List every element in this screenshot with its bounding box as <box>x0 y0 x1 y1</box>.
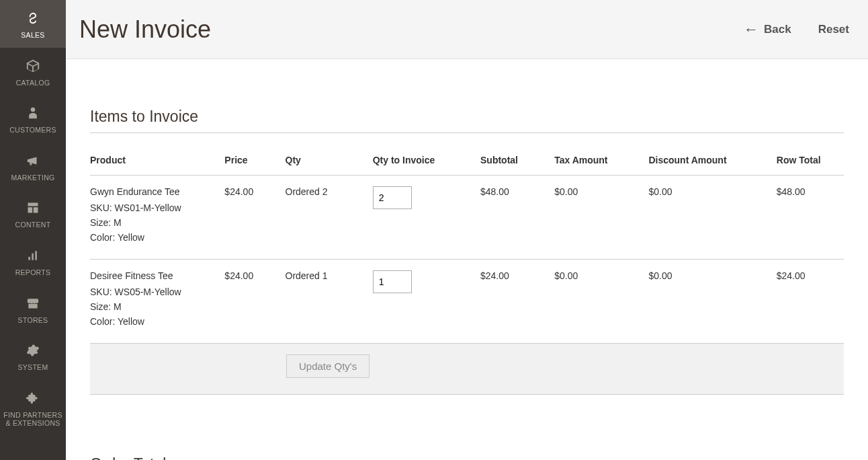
storefront-icon <box>24 295 42 312</box>
sidebar-item-customers[interactable]: CUSTOMERS <box>0 95 66 143</box>
discount-cell: $0.00 <box>648 260 776 344</box>
price-cell: $24.00 <box>224 260 285 344</box>
sidebar-item-sales[interactable]: SALES <box>0 0 66 48</box>
sidebar-item-label: CUSTOMERS <box>9 126 56 135</box>
sku-label: SKU: <box>90 286 112 297</box>
col-qty: Qty <box>286 139 373 176</box>
bar-chart-icon <box>24 247 42 264</box>
sku-value: WS05-M-Yellow <box>115 286 181 297</box>
main-content: New Invoice ← Back Reset Items to Invoic… <box>66 0 868 460</box>
sidebar-item-label: SYSTEM <box>18 363 48 372</box>
layout-icon <box>24 199 42 217</box>
sidebar-item-label: STORES <box>18 316 48 325</box>
table-row: Gwyn Endurance Tee SKU: WS01-M-Yellow Si… <box>90 176 844 260</box>
ordered-label: Ordered <box>286 186 320 197</box>
admin-sidebar: SALES CATALOG CUSTOMERS MARKETING CONTEN <box>0 0 66 460</box>
sidebar-item-system[interactable]: SYSTEM <box>0 332 66 380</box>
sidebar-item-content[interactable]: CONTENT <box>0 190 66 237</box>
color-value: Yellow <box>118 316 144 327</box>
size-label: Size: <box>90 301 111 312</box>
puzzle-icon <box>24 389 42 407</box>
sku-label: SKU: <box>90 202 112 213</box>
table-row: Desiree Fitness Tee SKU: WS05-M-Yellow S… <box>90 260 844 344</box>
reset-button[interactable]: Reset <box>818 23 849 36</box>
discount-cell: $0.00 <box>648 176 776 260</box>
page-header: New Invoice ← Back Reset <box>66 0 868 59</box>
page-title: New Invoice <box>79 15 744 44</box>
size-value: M <box>114 217 122 228</box>
sidebar-item-label: SALES <box>21 31 44 40</box>
gear-icon <box>24 342 42 359</box>
qty-to-invoice-input[interactable] <box>373 186 412 209</box>
size-value: M <box>114 301 122 312</box>
product-name: Gwyn Endurance Tee <box>90 186 218 197</box>
subtotal-cell: $48.00 <box>480 176 554 260</box>
update-qty-button[interactable]: Update Qty's <box>286 354 370 378</box>
section-title-items: Items to Invoice <box>90 108 844 133</box>
color-label: Color: <box>90 316 115 327</box>
col-subtotal: Subtotal <box>480 139 554 176</box>
product-name: Desiree Fitness Tee <box>90 270 218 281</box>
rowtotal-cell: $48.00 <box>777 176 844 260</box>
invoice-items-table: Product Price Qty Qty to Invoice Subtota… <box>90 139 844 395</box>
ordered-label: Ordered <box>286 270 320 281</box>
dollar-icon <box>24 9 42 27</box>
update-qty-row: Update Qty's <box>90 344 844 395</box>
back-button[interactable]: ← Back <box>744 22 791 37</box>
section-title-order-total: Order Total <box>90 455 844 460</box>
sidebar-item-partners[interactable]: FIND PARTNERS & EXTENSIONS <box>0 380 66 436</box>
col-tax: Tax Amount <box>554 139 648 176</box>
sidebar-item-label: CATALOG <box>16 79 50 87</box>
sidebar-item-stores[interactable]: STORES <box>0 285 66 333</box>
sku-value: WS01-M-Yellow <box>115 202 181 213</box>
sidebar-item-label: CONTENT <box>15 221 51 229</box>
col-qty-invoice: Qty to Invoice <box>373 139 480 176</box>
back-button-label: Back <box>764 23 791 36</box>
sidebar-item-label: MARKETING <box>11 174 54 182</box>
person-icon <box>24 104 42 122</box>
sidebar-item-reports[interactable]: REPORTS <box>0 237 66 285</box>
col-discount: Discount Amount <box>648 139 776 176</box>
box-icon <box>24 57 42 75</box>
sidebar-item-marketing[interactable]: MARKETING <box>0 143 66 190</box>
col-product: Product <box>90 139 224 176</box>
rowtotal-cell: $24.00 <box>777 260 844 344</box>
sidebar-item-label: FIND PARTNERS & EXTENSIONS <box>3 411 63 428</box>
tax-cell: $0.00 <box>554 260 648 344</box>
sidebar-item-catalog[interactable]: CATALOG <box>0 48 66 95</box>
subtotal-cell: $24.00 <box>480 260 554 344</box>
col-rowtotal: Row Total <box>777 139 844 176</box>
arrow-left-icon: ← <box>744 22 758 37</box>
col-price: Price <box>224 139 285 176</box>
color-value: Yellow <box>118 232 144 243</box>
tax-cell: $0.00 <box>554 176 648 260</box>
qty-to-invoice-input[interactable] <box>373 270 412 293</box>
color-label: Color: <box>90 232 115 243</box>
sidebar-item-label: REPORTS <box>15 268 51 277</box>
megaphone-icon <box>24 152 42 169</box>
size-label: Size: <box>90 217 111 228</box>
price-cell: $24.00 <box>224 176 285 260</box>
ordered-value: 2 <box>322 186 328 197</box>
ordered-value: 1 <box>322 270 328 281</box>
